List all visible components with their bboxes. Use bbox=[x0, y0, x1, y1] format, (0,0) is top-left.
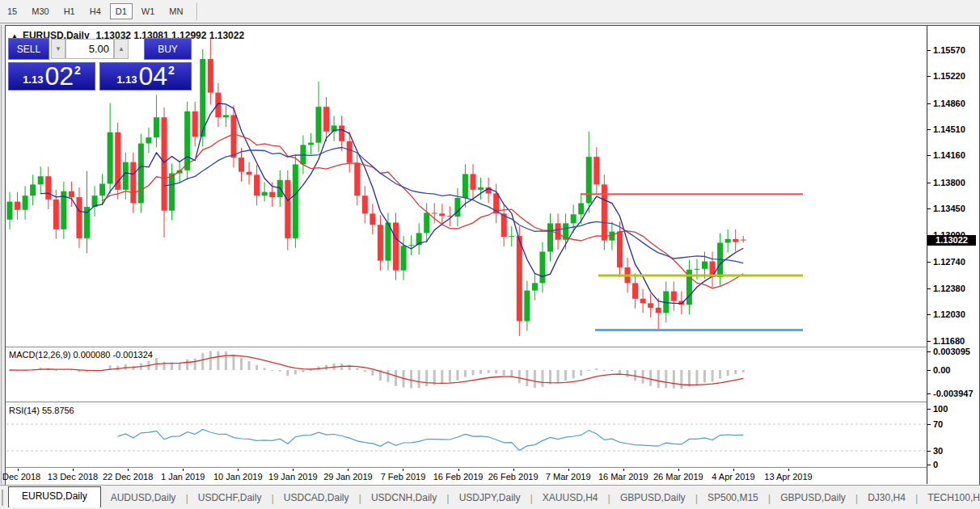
chart-tab-eurusd-daily[interactable]: EURUSD,Daily bbox=[8, 486, 101, 507]
volume-decrease-button[interactable]: ▼ bbox=[51, 39, 65, 59]
chart-tab-tech100-h1[interactable]: TECH100,H1 bbox=[918, 489, 980, 507]
volume-input[interactable] bbox=[65, 39, 114, 59]
sell-price-point: 2 bbox=[74, 64, 81, 77]
time-axis-tick bbox=[733, 469, 734, 471]
time-axis-tick bbox=[18, 469, 19, 471]
time-axis-tick bbox=[568, 469, 569, 471]
price-axis-label: 1.13450 bbox=[933, 204, 965, 213]
price-axis-label: 1.12380 bbox=[933, 284, 965, 293]
chart-tab-usdcad-daily[interactable]: USDCAD,Daily bbox=[274, 489, 359, 507]
price-axis-tick bbox=[927, 288, 931, 289]
toolbar-separator bbox=[196, 2, 198, 20]
price-axis-label: 1.14860 bbox=[933, 99, 965, 108]
timeframe-button-d1[interactable]: D1 bbox=[110, 3, 133, 19]
rsi-axis-tick bbox=[927, 424, 931, 425]
time-axis-label: 13 Apr 2019 bbox=[756, 472, 821, 482]
price-axis-label: 1.14510 bbox=[933, 124, 965, 134]
chart-tab-xauusd-h4[interactable]: XAUUSD,H4 bbox=[533, 489, 608, 507]
buy-price-point: 2 bbox=[168, 64, 175, 77]
volume-increase-button[interactable]: ▲ bbox=[114, 39, 129, 59]
price-axis-tick bbox=[927, 50, 931, 51]
time-axis-tick bbox=[403, 469, 403, 471]
pane-separator[interactable] bbox=[6, 402, 978, 405]
price-axis-label: 1.12740 bbox=[933, 257, 965, 267]
chart-tab-sp500-m15[interactable]: SP500,M15 bbox=[698, 489, 768, 507]
price-axis-tick bbox=[927, 262, 931, 263]
sell-price-pips: 02 bbox=[44, 64, 74, 88]
chart-tab-usdcnh-daily[interactable]: USDCNH,Daily bbox=[361, 489, 446, 507]
price-axis-tick bbox=[927, 314, 931, 315]
buy-button[interactable]: BUY bbox=[144, 38, 192, 60]
sell-price-box[interactable]: 1.13 02 2 bbox=[8, 62, 95, 90]
buy-price-pips: 04 bbox=[138, 64, 167, 88]
price-axis-label: 1.12030 bbox=[933, 309, 965, 319]
macd-axis-label: 0.003095 bbox=[933, 347, 970, 356]
rsi-axis-tick bbox=[927, 465, 931, 465]
macd-axis-tick bbox=[927, 393, 931, 394]
chart-tab-dj30-h4[interactable]: DJ30,H4 bbox=[858, 489, 915, 507]
time-axis[interactable]: 4 Dec 201813 Dec 201822 Dec 20181 Jan 20… bbox=[6, 469, 927, 484]
time-axis-tick bbox=[678, 469, 679, 471]
rsi-axis-label: 100 bbox=[933, 404, 948, 414]
price-axis[interactable]: 1.155701.152201.148601.145101.141601.138… bbox=[927, 26, 979, 484]
tab-scroll-gripper[interactable] bbox=[2, 490, 3, 506]
sell-price-prefix: 1.13 bbox=[23, 74, 43, 86]
macd-axis-label: -0.003947 bbox=[933, 389, 974, 398]
macd-axis-tick bbox=[927, 370, 931, 371]
price-axis-tick bbox=[927, 208, 931, 209]
time-axis-tick bbox=[348, 469, 348, 471]
price-axis-label: 1.11680 bbox=[933, 336, 965, 346]
rsi-axis-label: 0 bbox=[933, 460, 938, 469]
chart-tab-bar: EURUSD,DailyAUDUSD,Daily|USDCHF,Daily|US… bbox=[0, 485, 980, 509]
time-axis-tick bbox=[513, 469, 514, 471]
price-axis-label: 1.13800 bbox=[933, 178, 965, 187]
price-axis-tick bbox=[927, 103, 931, 104]
one-click-trade-panel: SELL ▼ ▲ BUY 1.13 02 2 1.13 04 2 bbox=[8, 38, 192, 90]
chart-tab-audusd-daily[interactable]: AUDUSD,Daily bbox=[101, 489, 186, 507]
macd-axis-label: 0.00 bbox=[933, 365, 950, 375]
price-axis-tick bbox=[927, 76, 931, 77]
price-axis-label: 1.14160 bbox=[933, 150, 965, 160]
chart-tab-usdjpy-daily[interactable]: USDJPY,Daily bbox=[450, 489, 530, 507]
price-axis-label: 1.15220 bbox=[933, 71, 965, 81]
time-axis-tick bbox=[128, 469, 129, 471]
time-axis-tick bbox=[238, 469, 239, 471]
price-axis-tick bbox=[927, 129, 931, 130]
rsi-axis-tick bbox=[927, 409, 931, 410]
time-axis-tick bbox=[458, 469, 459, 471]
chart-tab-gbpusd-daily[interactable]: GBPUSD,Daily bbox=[610, 489, 695, 507]
time-axis-tick bbox=[293, 469, 294, 471]
rsi-axis-label: 30 bbox=[933, 446, 943, 456]
chart-tab-usdchf-daily[interactable]: USDCHF,Daily bbox=[188, 489, 272, 507]
macd-indicator-label: MACD(12,26,9) 0.000080 -0.001324 bbox=[9, 350, 153, 360]
rsi-indicator-label: RSI(14) 55.8756 bbox=[9, 406, 74, 415]
current-price-badge: 1.13022 bbox=[927, 235, 976, 246]
mt4-workspace: 15M30H1H4D1W1MN ▲ EURUSD,Daily 1.13032 1… bbox=[0, 0, 980, 509]
price-axis-tick bbox=[927, 341, 931, 342]
timeframe-button-m30[interactable]: M30 bbox=[26, 3, 54, 19]
rsi-pane[interactable] bbox=[6, 403, 927, 467]
sell-button[interactable]: SELL bbox=[8, 38, 49, 60]
time-axis-tick bbox=[183, 469, 184, 471]
price-axis-tick bbox=[927, 155, 931, 156]
timeframe-button-h1[interactable]: H1 bbox=[58, 3, 81, 19]
macd-axis-tick bbox=[927, 351, 931, 352]
timeframe-button-15[interactable]: 15 bbox=[2, 3, 23, 19]
timeframe-button-h4[interactable]: H4 bbox=[84, 3, 107, 19]
rsi-axis-tick bbox=[927, 451, 931, 452]
buy-price-prefix: 1.13 bbox=[116, 74, 137, 86]
timeframe-button-mn[interactable]: MN bbox=[163, 3, 188, 19]
time-axis-tick bbox=[73, 469, 74, 471]
time-axis-tick bbox=[623, 469, 624, 471]
window-left-edge bbox=[1, 25, 2, 484]
price-axis-label: 1.15570 bbox=[933, 45, 965, 55]
price-axis-tick bbox=[927, 183, 931, 183]
timeframe-toolbar: 15M30H1H4D1W1MN bbox=[0, 0, 980, 23]
rsi-axis-label: 70 bbox=[933, 419, 943, 429]
timeframe-button-w1[interactable]: W1 bbox=[136, 3, 161, 19]
buy-price-box[interactable]: 1.13 04 2 bbox=[99, 62, 192, 90]
time-axis-tick bbox=[788, 469, 789, 471]
chart-tab-gbpusd-daily[interactable]: GBPUSD,Daily bbox=[771, 489, 855, 507]
